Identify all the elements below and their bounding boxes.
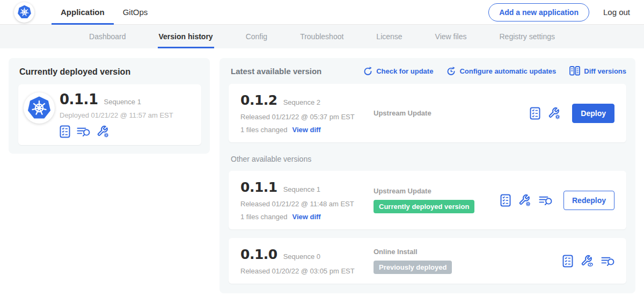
subnav-tab-view-files[interactable]: View files xyxy=(434,25,468,48)
deployed-version-number: 0.1.1 xyxy=(60,91,98,107)
deployed-version-card: 0.1.1 Sequence 1 Deployed 01/21/22 @ 11:… xyxy=(18,84,201,145)
version-number: 0.1.1 xyxy=(240,179,277,195)
latest-version-actions: Check for update Configure automatic upd… xyxy=(363,66,626,76)
add-new-application-button[interactable]: Add a new application xyxy=(488,3,589,21)
deploy-logs-icon[interactable] xyxy=(601,255,614,267)
logout-button[interactable]: Log out xyxy=(603,8,630,17)
sequence-label: Sequence 1 xyxy=(283,185,320,193)
latest-version-panel: Latest available version Check for updat… xyxy=(219,58,635,293)
configure-automatic-updates-link[interactable]: Configure automatic updates xyxy=(447,67,556,76)
deployed-timestamp: Deployed 01/21/22 @ 11:57 am EST xyxy=(60,111,173,119)
sequence-label: Sequence 0 xyxy=(283,252,320,261)
edit-config-icon[interactable] xyxy=(97,125,109,138)
files-changed-label: 1 files changed xyxy=(240,126,287,134)
subnav-tab-version-history[interactable]: Version history xyxy=(158,25,214,48)
diff-versions-link[interactable]: Diff versions xyxy=(569,66,626,76)
view-diff-link[interactable]: View diff xyxy=(292,126,320,134)
check-for-update-link[interactable]: Check for update xyxy=(363,67,433,76)
version-source-label: Upstream Update xyxy=(374,187,495,195)
deployed-version-info: 0.1.1 Sequence 1 Deployed 01/21/22 @ 11:… xyxy=(60,91,173,138)
tab-gitops[interactable]: GitOps xyxy=(114,0,157,25)
version-number: 0.1.2 xyxy=(240,92,277,108)
check-update-icon xyxy=(363,67,372,76)
configure-updates-label: Configure automatic updates xyxy=(459,67,556,75)
sequence-label: Sequence 2 xyxy=(283,98,320,106)
top-navbar: Application GitOps Add a new application… xyxy=(0,0,644,25)
redeploy-button[interactable]: Redeploy xyxy=(564,191,614,210)
edit-config-icon[interactable] xyxy=(518,194,531,207)
deploy-logs-icon[interactable] xyxy=(539,194,552,206)
app-logo xyxy=(24,92,55,124)
diff-icon xyxy=(569,66,580,76)
deploy-button[interactable]: Deploy xyxy=(572,104,614,123)
release-notes-icon[interactable] xyxy=(60,125,70,138)
released-timestamp: Released 01/21/22 @ 05:37 pm EST xyxy=(240,113,374,121)
check-for-update-label: Check for update xyxy=(376,67,433,75)
version-card-0-1-0: 0.1.0 Sequence 0 Released 01/20/22 @ 03:… xyxy=(229,238,626,284)
version-source-label: Online Install xyxy=(374,248,557,256)
view-config-icon[interactable] xyxy=(581,255,594,268)
subnav-tab-troubleshoot[interactable]: Troubleshoot xyxy=(299,25,345,48)
version-source-label: Upstream Update xyxy=(374,109,524,117)
schedule-icon xyxy=(447,67,456,76)
currently-deployed-badge: Currently deployed version xyxy=(374,200,474,213)
subnav-tab-dashboard[interactable]: Dashboard xyxy=(88,25,127,48)
tab-application[interactable]: Application xyxy=(52,0,114,25)
release-notes-icon[interactable] xyxy=(500,194,511,207)
previously-deployed-badge: Previously deployed xyxy=(374,261,452,274)
release-notes-icon[interactable] xyxy=(530,107,540,120)
version-history-page: Currently deployed version 0.1.1 Sequenc… xyxy=(0,48,644,303)
deployed-sequence-label: Sequence 1 xyxy=(104,98,141,106)
other-versions-title: Other available versions xyxy=(231,155,626,163)
view-diff-link[interactable]: View diff xyxy=(292,213,320,221)
deploy-logs-icon[interactable] xyxy=(77,126,90,138)
version-card-0-1-2: 0.1.2 Sequence 2 Released 01/21/22 @ 05:… xyxy=(229,84,626,142)
currently-deployed-title: Currently deployed version xyxy=(19,67,201,77)
released-timestamp: Released 01/20/22 @ 03:05 pm EST xyxy=(240,267,374,275)
app-nav-tabs: Application GitOps xyxy=(52,0,157,25)
navbar-right: Add a new application Log out xyxy=(488,3,630,21)
edit-config-icon[interactable] xyxy=(548,107,561,120)
files-changed-label: 1 files changed xyxy=(240,213,287,221)
latest-version-title: Latest available version xyxy=(231,67,321,76)
currently-deployed-panel: Currently deployed version 0.1.1 Sequenc… xyxy=(9,58,210,154)
kubernetes-logo xyxy=(14,2,34,23)
subnav-tab-registry-settings[interactable]: Registry settings xyxy=(499,25,556,48)
subnav-tab-config[interactable]: Config xyxy=(245,25,268,48)
released-timestamp: Released 01/21/22 @ 11:48 am EST xyxy=(240,200,374,208)
subnav-tab-license[interactable]: License xyxy=(375,25,403,48)
version-card-0-1-1: 0.1.1 Sequence 1 Released 01/21/22 @ 11:… xyxy=(229,171,626,229)
release-notes-icon[interactable] xyxy=(562,255,573,268)
app-subnav: Dashboard Version history Config Trouble… xyxy=(0,25,644,48)
diff-versions-label: Diff versions xyxy=(584,67,626,75)
version-number: 0.1.0 xyxy=(240,247,277,262)
